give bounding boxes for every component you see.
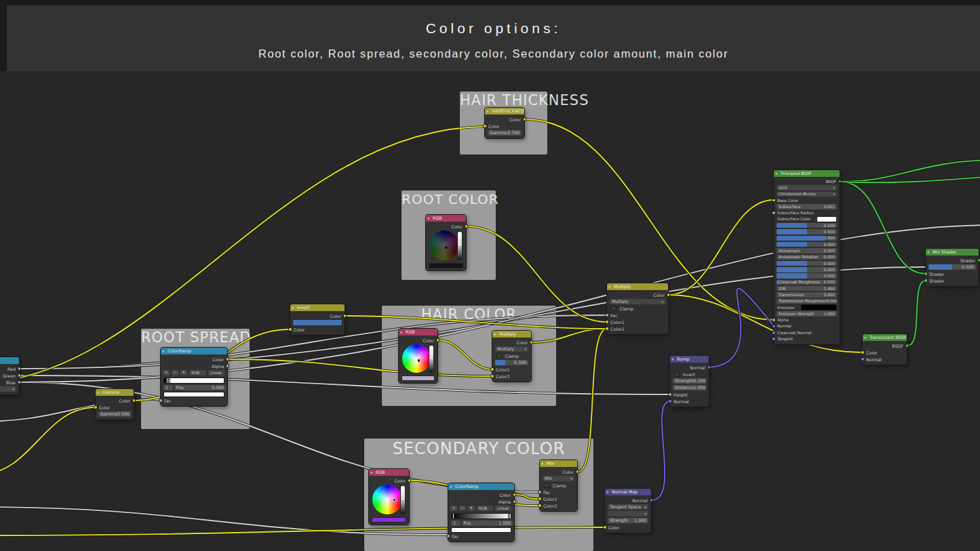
node-bump[interactable]: BumpNormalInvertStrength0.100Distance1.0…: [670, 356, 709, 407]
node-header-separate-color[interactable]: Separate Color: [0, 357, 19, 364]
input-socket-normal[interactable]: [668, 399, 672, 403]
checkbox-clamp[interactable]: [496, 353, 502, 359]
node-secondary-colorramp[interactable]: ColorRampColorAlpha+−▾RGBLinear1Pos1.000…: [448, 483, 514, 542]
slider-subsurface[interactable]: Subsurface0.001: [777, 204, 837, 209]
output-socket-color[interactable]: [132, 399, 136, 403]
dropdown-christensen-burley[interactable]: Christensen-Burley▾: [777, 192, 837, 197]
checkbox-clamp[interactable]: [611, 306, 616, 311]
node-haircolor-multiply[interactable]: MultiplyColorMultiply▾ClampFac0.300Color…: [492, 331, 531, 382]
output-socket-color[interactable]: [436, 338, 440, 342]
input-socket-color[interactable]: [94, 405, 98, 409]
gamma-row[interactable]: Gamma0.500: [96, 411, 134, 417]
input-socket-color2[interactable]: [605, 327, 609, 331]
node-header-invert[interactable]: Invert: [290, 304, 345, 311]
output-socket-color[interactable]: [523, 117, 527, 121]
gradient-stop-handle[interactable]: [168, 377, 170, 384]
input-socket-fac[interactable]: [605, 313, 609, 317]
ramp-options-dropdown[interactable]: ▾: [180, 370, 187, 375]
output-socket-color[interactable]: [226, 357, 230, 361]
transmission-roughness-row[interactable]: Transmission Roughness0.000: [774, 298, 840, 304]
slider-clearcoat-roughness[interactable]: Clearcoat Roughness0.030: [777, 280, 837, 285]
ior-row[interactable]: IOR1.450: [774, 285, 840, 291]
input-socket-color[interactable]: [288, 327, 292, 331]
subsurface-row[interactable]: Subsurface0.001: [774, 203, 840, 209]
dropdown-multiply[interactable]: Multiply▾: [610, 299, 665, 304]
node-haircolor-rgb[interactable]: RGBColor: [399, 329, 437, 383]
node-mix-shader[interactable]: Mix ShaderShaderFac0.500ShaderShader: [926, 249, 979, 286]
node-header-mix[interactable]: Mix: [540, 460, 577, 467]
stop-index-field[interactable]: 1: [451, 521, 460, 525]
emission-row[interactable]: Emission: [774, 304, 840, 310]
node-center-multiply[interactable]: MultiplyColorMultiply▾ClampFacColor1Colo…: [607, 283, 668, 334]
color-swatch-emission[interactable]: [801, 304, 837, 310]
gamma-row[interactable]: Gamma0.700: [485, 129, 524, 136]
color-swatch-subsurface-color[interactable]: [817, 216, 837, 222]
node-header-bump[interactable]: Bump: [670, 356, 709, 363]
swatch-row[interactable]: [448, 527, 514, 533]
specular-row[interactable]: Specular0.500: [774, 228, 840, 234]
output-socket-alpha[interactable]: [513, 499, 517, 504]
dropdown-multiply[interactable]: Multiply▾: [495, 346, 528, 351]
slider-emission-strength[interactable]: Emission Strength1.000: [777, 311, 837, 316]
node-header-hairthickness-gamma[interactable]: HAIRTHICKNESS: [485, 108, 524, 115]
node-invert[interactable]: InvertColorFac1.000Color: [290, 304, 345, 335]
output-socket-blue[interactable]: [18, 380, 22, 384]
node-normal-map[interactable]: Normal MapNormalTangent Space▾▾Strength1…: [605, 489, 651, 533]
wheel-row[interactable]: [426, 230, 466, 262]
clamp-row[interactable]: Clamp: [492, 352, 531, 359]
number-field-strength[interactable]: Strength1.000: [608, 518, 648, 523]
value-slider[interactable]: [457, 231, 463, 260]
dropdown-rgb[interactable]: RGB▾: [0, 386, 16, 391]
input-socket-clearcoat-normal[interactable]: [772, 331, 776, 335]
grad-row[interactable]: [448, 512, 514, 520]
swatch-row[interactable]: [369, 516, 409, 523]
gradient-stop-handle[interactable]: [452, 513, 454, 519]
number-field-gamma[interactable]: Gamma0.700: [488, 130, 522, 135]
color-swatch-bar[interactable]: [372, 517, 406, 523]
output-socket-alpha[interactable]: [226, 364, 230, 368]
input-socket-color1[interactable]: [490, 367, 494, 371]
number-field-gamma[interactable]: Gamma0.500: [98, 411, 131, 416]
slider-ior[interactable]: IOR1.450: [777, 286, 837, 291]
input-socket-normal[interactable]: [772, 325, 776, 329]
slider-transmission-roughness[interactable]: Transmission Roughness0.000: [777, 299, 837, 304]
metallic-row[interactable]: Metallic0.500: [774, 222, 840, 228]
node-principled-bsdf[interactable]: Principled BSDFBSDFGGX▾Christensen-Burle…: [774, 170, 840, 344]
output-socket-bsdf[interactable]: [905, 344, 909, 348]
distance-row[interactable]: Distance1.000: [670, 384, 709, 391]
pos-field[interactable]: Pos0.080: [174, 385, 226, 390]
fac-row[interactable]: Fac1.000: [290, 319, 345, 326]
node-header-gamma[interactable]: Gamma: [96, 389, 134, 396]
input-socket-tangent[interactable]: [772, 337, 776, 341]
number-field-distance[interactable]: Distance1.000: [673, 385, 706, 390]
slider-sheen[interactable]: Sheen0.500: [777, 261, 837, 266]
anisotropic-rotation-row[interactable]: Anisotropic Rotation0.000: [774, 254, 840, 260]
value-slider[interactable]: [400, 485, 406, 514]
clamp-row[interactable]: Clamp: [540, 482, 577, 489]
invert-row[interactable]: Invert: [670, 371, 709, 377]
grad-row[interactable]: [161, 376, 227, 384]
ramp-linear-dropdown[interactable]: Linear: [208, 370, 225, 375]
input-socket-color[interactable]: [861, 350, 865, 354]
slider-metallic[interactable]: Metallic0.500: [777, 223, 837, 228]
output-socket-color[interactable]: [343, 314, 347, 318]
input-socket-color1[interactable]: [605, 320, 609, 324]
add-stop-button[interactable]: +: [163, 370, 170, 375]
ramp-rgb-dropdown[interactable]: RGB: [477, 506, 493, 510]
gradient-stop-handle[interactable]: [508, 513, 510, 519]
remove-stop-button[interactable]: −: [459, 506, 466, 510]
node-hairthickness-gamma[interactable]: HAIRTHICKNESSColorColorGamma0.700: [485, 108, 524, 138]
node-header-haircolor-multiply[interactable]: Multiply: [492, 331, 531, 338]
stop-index-field[interactable]: 1: [163, 385, 173, 390]
input-socket-height[interactable]: [668, 392, 672, 396]
clamp-row[interactable]: Clamp: [607, 305, 668, 312]
color-wheel[interactable]: [429, 230, 459, 260]
slider-fac[interactable]: Fac0.300: [495, 360, 528, 365]
value-slider[interactable]: [429, 345, 434, 373]
input-socket-fac[interactable]: [538, 490, 542, 494]
input-socket-normal[interactable]: [861, 357, 865, 361]
output-socket-shader[interactable]: [977, 258, 980, 262]
node-gamma[interactable]: GammaColorColorGamma0.500: [96, 389, 134, 420]
node-secondary-rgb[interactable]: RGBColor: [369, 469, 409, 525]
node-mix[interactable]: MixColorMix▾ClampFacColor1Color2: [540, 460, 577, 511]
